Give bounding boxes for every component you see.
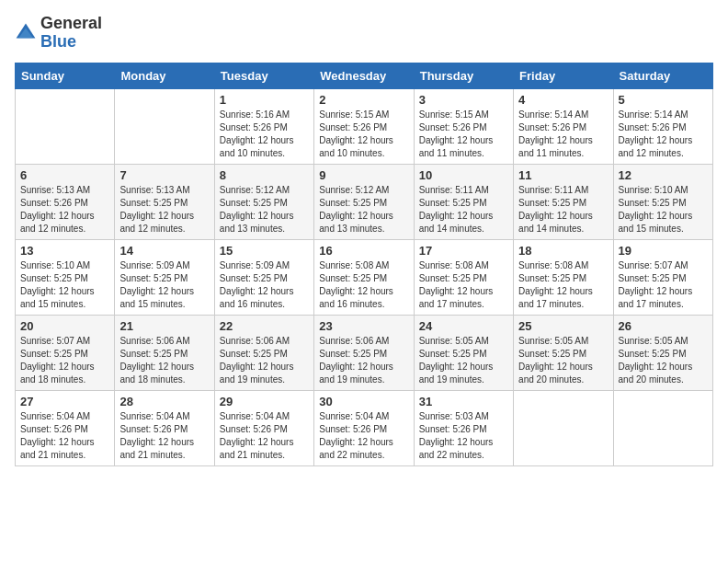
day-info: Sunrise: 5:05 AM Sunset: 5:25 PM Dayligh… <box>419 335 508 386</box>
sunrise-label: Sunrise: 5:06 AM <box>220 336 290 346</box>
calendar-cell: 19 Sunrise: 5:07 AM Sunset: 5:25 PM Dayl… <box>613 239 712 315</box>
page-header: General Blue <box>15 15 713 52</box>
daylight-label: Daylight: 12 hoursand 11 minutes. <box>419 135 494 158</box>
sunset-label: Sunset: 5:25 PM <box>119 273 188 283</box>
sunrise-label: Sunrise: 5:04 AM <box>119 411 189 421</box>
day-info: Sunrise: 5:05 AM Sunset: 5:25 PM Dayligh… <box>619 335 708 386</box>
sunset-label: Sunset: 5:25 PM <box>220 349 288 359</box>
day-info: Sunrise: 5:05 AM Sunset: 5:25 PM Dayligh… <box>518 335 608 386</box>
day-info: Sunrise: 5:10 AM Sunset: 5:25 PM Dayligh… <box>619 184 708 236</box>
daylight-label: Daylight: 12 hoursand 16 minutes. <box>319 286 393 309</box>
sunset-label: Sunset: 5:25 PM <box>419 273 487 283</box>
daylight-label: Daylight: 12 hoursand 12 minutes. <box>20 211 95 234</box>
calendar-cell: 13 Sunrise: 5:10 AM Sunset: 5:25 PM Dayl… <box>16 239 115 315</box>
calendar-table: SundayMondayTuesdayWednesdayThursdayFrid… <box>15 63 713 466</box>
day-info: Sunrise: 5:14 AM Sunset: 5:26 PM Dayligh… <box>619 109 708 160</box>
day-number: 16 <box>319 244 408 258</box>
calendar-week-row: 20 Sunrise: 5:07 AM Sunset: 5:25 PM Dayl… <box>16 315 713 390</box>
sunset-label: Sunset: 5:25 PM <box>419 349 487 359</box>
sunrise-label: Sunrise: 5:09 AM <box>220 260 290 270</box>
daylight-label: Daylight: 12 hoursand 17 minutes. <box>619 286 693 309</box>
calendar-cell: 27 Sunrise: 5:04 AM Sunset: 5:26 PM Dayl… <box>16 390 115 465</box>
calendar-cell <box>16 88 115 164</box>
day-info: Sunrise: 5:03 AM Sunset: 5:26 PM Dayligh… <box>419 410 508 462</box>
sunset-label: Sunset: 5:26 PM <box>20 424 88 434</box>
sunset-label: Sunset: 5:26 PM <box>319 122 387 132</box>
daylight-label: Daylight: 12 hoursand 13 minutes. <box>319 211 393 234</box>
daylight-label: Daylight: 12 hoursand 22 minutes. <box>319 437 393 460</box>
day-header-thursday: Thursday <box>414 63 513 88</box>
sunrise-label: Sunrise: 5:09 AM <box>119 260 189 270</box>
daylight-label: Daylight: 12 hoursand 15 minutes. <box>619 211 693 234</box>
day-number: 11 <box>518 168 608 182</box>
day-number: 26 <box>619 319 708 333</box>
calendar-cell: 17 Sunrise: 5:08 AM Sunset: 5:25 PM Dayl… <box>414 239 513 315</box>
day-info: Sunrise: 5:14 AM Sunset: 5:26 PM Dayligh… <box>518 109 608 160</box>
sunrise-label: Sunrise: 5:14 AM <box>619 109 688 120</box>
day-info: Sunrise: 5:04 AM Sunset: 5:26 PM Dayligh… <box>319 410 408 462</box>
day-header-sunday: Sunday <box>16 63 115 88</box>
sunset-label: Sunset: 5:26 PM <box>419 424 487 434</box>
day-info: Sunrise: 5:13 AM Sunset: 5:26 PM Dayligh… <box>20 184 109 236</box>
sunset-label: Sunset: 5:25 PM <box>319 349 387 359</box>
day-number: 20 <box>20 319 109 333</box>
sunset-label: Sunset: 5:25 PM <box>518 198 586 208</box>
calendar-cell <box>115 88 214 164</box>
daylight-label: Daylight: 12 hoursand 11 minutes. <box>518 135 593 158</box>
day-info: Sunrise: 5:07 AM Sunset: 5:25 PM Dayligh… <box>619 259 708 311</box>
calendar-week-row: 13 Sunrise: 5:10 AM Sunset: 5:25 PM Dayl… <box>16 239 713 315</box>
logo-icon <box>15 22 37 44</box>
day-number: 24 <box>419 319 508 333</box>
calendar-cell: 5 Sunrise: 5:14 AM Sunset: 5:26 PM Dayli… <box>613 88 712 164</box>
sunrise-label: Sunrise: 5:05 AM <box>619 336 688 346</box>
day-header-saturday: Saturday <box>613 63 712 88</box>
day-info: Sunrise: 5:13 AM Sunset: 5:25 PM Dayligh… <box>119 184 209 236</box>
sunrise-label: Sunrise: 5:10 AM <box>20 260 90 270</box>
calendar-cell: 30 Sunrise: 5:04 AM Sunset: 5:26 PM Dayl… <box>314 390 414 465</box>
calendar-cell: 7 Sunrise: 5:13 AM Sunset: 5:25 PM Dayli… <box>115 164 214 239</box>
day-header-wednesday: Wednesday <box>314 63 414 88</box>
calendar-cell <box>514 390 613 465</box>
day-info: Sunrise: 5:12 AM Sunset: 5:25 PM Dayligh… <box>220 184 309 236</box>
sunset-label: Sunset: 5:25 PM <box>220 273 288 283</box>
calendar-cell: 6 Sunrise: 5:13 AM Sunset: 5:26 PM Dayli… <box>16 164 115 239</box>
day-number: 4 <box>518 93 608 107</box>
sunrise-label: Sunrise: 5:05 AM <box>518 336 588 346</box>
day-info: Sunrise: 5:09 AM Sunset: 5:25 PM Dayligh… <box>220 259 309 311</box>
calendar-cell: 16 Sunrise: 5:08 AM Sunset: 5:25 PM Dayl… <box>314 239 414 315</box>
calendar-cell: 3 Sunrise: 5:15 AM Sunset: 5:26 PM Dayli… <box>414 88 513 164</box>
calendar-cell: 10 Sunrise: 5:11 AM Sunset: 5:25 PM Dayl… <box>414 164 513 239</box>
day-number: 13 <box>20 244 109 258</box>
day-info: Sunrise: 5:06 AM Sunset: 5:25 PM Dayligh… <box>319 335 408 386</box>
sunrise-label: Sunrise: 5:08 AM <box>518 260 588 270</box>
day-info: Sunrise: 5:04 AM Sunset: 5:26 PM Dayligh… <box>119 410 209 462</box>
calendar-week-row: 1 Sunrise: 5:16 AM Sunset: 5:26 PM Dayli… <box>16 88 713 164</box>
daylight-label: Daylight: 12 hoursand 21 minutes. <box>20 437 95 460</box>
sunset-label: Sunset: 5:25 PM <box>319 273 387 283</box>
sunrise-label: Sunrise: 5:14 AM <box>518 109 588 120</box>
sunrise-label: Sunrise: 5:11 AM <box>518 185 588 195</box>
day-number: 6 <box>20 168 109 182</box>
sunset-label: Sunset: 5:25 PM <box>319 198 387 208</box>
calendar-week-row: 6 Sunrise: 5:13 AM Sunset: 5:26 PM Dayli… <box>16 164 713 239</box>
daylight-label: Daylight: 12 hoursand 17 minutes. <box>518 286 593 309</box>
calendar-cell: 18 Sunrise: 5:08 AM Sunset: 5:25 PM Dayl… <box>514 239 613 315</box>
day-number: 14 <box>119 244 209 258</box>
daylight-label: Daylight: 12 hoursand 16 minutes. <box>220 286 294 309</box>
sunset-label: Sunset: 5:26 PM <box>20 198 88 208</box>
sunset-label: Sunset: 5:26 PM <box>619 122 687 132</box>
logo-general-text: General <box>40 14 102 32</box>
calendar-cell: 9 Sunrise: 5:12 AM Sunset: 5:25 PM Dayli… <box>314 164 414 239</box>
calendar-cell: 21 Sunrise: 5:06 AM Sunset: 5:25 PM Dayl… <box>115 315 214 390</box>
day-number: 19 <box>619 244 708 258</box>
daylight-label: Daylight: 12 hoursand 13 minutes. <box>220 211 294 234</box>
day-info: Sunrise: 5:06 AM Sunset: 5:25 PM Dayligh… <box>119 335 209 386</box>
day-info: Sunrise: 5:12 AM Sunset: 5:25 PM Dayligh… <box>319 184 408 236</box>
sunset-label: Sunset: 5:25 PM <box>518 349 586 359</box>
daylight-label: Daylight: 12 hoursand 22 minutes. <box>419 437 494 460</box>
sunrise-label: Sunrise: 5:15 AM <box>419 109 489 120</box>
sunrise-label: Sunrise: 5:12 AM <box>319 185 389 195</box>
sunrise-label: Sunrise: 5:06 AM <box>319 336 389 346</box>
daylight-label: Daylight: 12 hoursand 14 minutes. <box>518 211 593 234</box>
sunset-label: Sunset: 5:25 PM <box>518 273 586 283</box>
